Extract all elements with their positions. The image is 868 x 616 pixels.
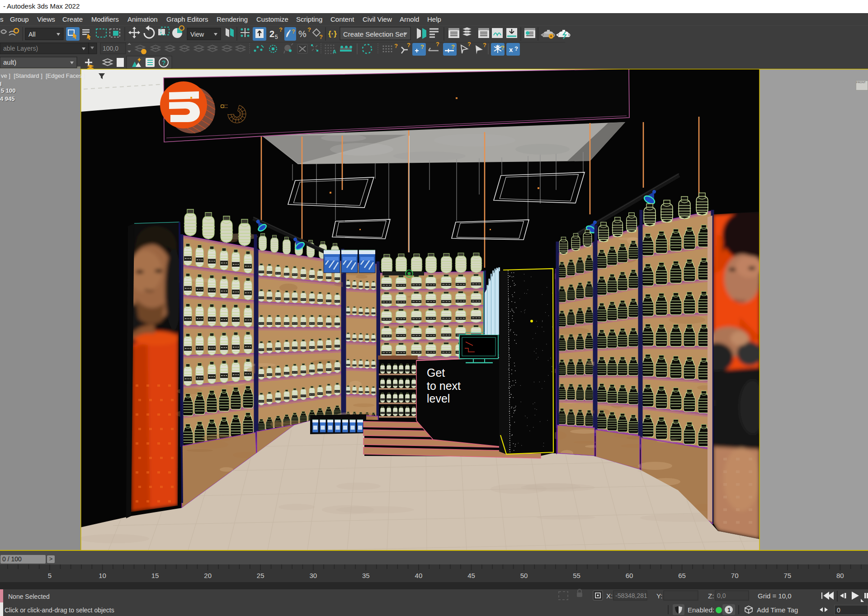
svg-text:Get: Get [427,366,445,379]
svg-text:able Layers): able Layers) [3,45,38,52]
svg-text:55: 55 [573,572,580,579]
svg-text:{·}: {·} [328,29,337,38]
svg-text:?: ? [451,43,455,50]
svg-text:?: ? [162,59,166,66]
svg-text:15: 15 [151,572,159,579]
svg-text:?: ? [394,43,398,49]
svg-text:5: 5 [48,572,52,579]
svg-text:100,0: 100,0 [103,45,118,52]
svg-text:35: 35 [362,572,370,579]
svg-text:50: 50 [520,572,528,579]
svg-text:5: 5 [275,34,278,40]
svg-text:2: 2 [269,29,274,39]
svg-text:?: ? [483,42,486,48]
svg-text:?: ? [279,26,283,33]
svg-text:%: % [298,29,307,39]
svg-text:ault): ault) [3,58,16,66]
svg-text:View: View [190,31,204,38]
svg-text:Create Selection Set: Create Selection Set [343,30,406,38]
svg-text:?: ? [319,33,323,40]
svg-text:?: ? [514,45,518,52]
svg-text:?: ? [292,28,295,35]
svg-text:40: 40 [415,572,423,579]
svg-text:to next: to next [427,379,461,392]
svg-text:?: ? [307,26,311,33]
svg-text:45: 45 [467,572,475,579]
svg-text:All: All [28,31,36,38]
svg-text:80: 80 [836,572,844,579]
svg-text:20: 20 [204,572,212,579]
svg-text:65: 65 [678,572,686,579]
svg-text:?: ? [436,41,439,47]
svg-text:60: 60 [626,572,633,579]
svg-text:?: ? [467,41,471,47]
svg-text:?: ? [420,43,424,50]
svg-text:A: A [333,49,336,54]
svg-text:70: 70 [731,572,739,579]
svg-text:?: ? [501,44,505,51]
svg-text:30: 30 [309,572,317,579]
svg-text:x: x [509,46,513,53]
svg-text:level: level [427,392,450,405]
svg-text:75: 75 [783,572,791,579]
svg-text:25: 25 [257,572,264,579]
svg-text:10: 10 [99,572,106,579]
svg-text:?: ? [407,42,410,48]
